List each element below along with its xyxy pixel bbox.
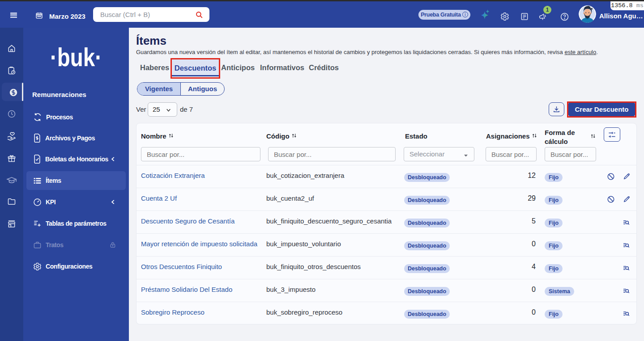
svg-text:·buk·: ·buk· (50, 46, 102, 72)
